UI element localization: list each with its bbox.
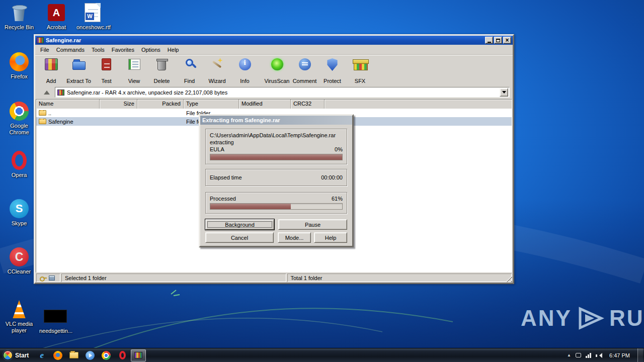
- processed-progressbar: [210, 203, 343, 210]
- test-icon: [102, 58, 111, 70]
- background-button[interactable]: Background: [205, 219, 274, 230]
- tray-network-icon[interactable]: [586, 353, 591, 358]
- help-button[interactable]: Help: [314, 232, 347, 243]
- menu-favorites[interactable]: Favorites: [109, 46, 137, 54]
- elapsed-time-label: Elapsed time: [210, 174, 242, 181]
- taskbar-item-explorer[interactable]: [66, 349, 82, 361]
- elapsed-time-group: Elapsed time 00:00:00: [205, 169, 347, 186]
- windows-logo-icon: [3, 350, 13, 360]
- minimize-button[interactable]: [485, 37, 493, 44]
- desktop-icon-onceshowc-rtf[interactable]: onceshowc.rtf: [76, 2, 109, 31]
- vlc-icon: [10, 300, 28, 318]
- desktop-icon-needsgettin[interactable]: needsgettin...: [39, 306, 71, 334]
- desktop-icon-recycle-bin[interactable]: Recycle Bin: [3, 2, 35, 31]
- desktop-icon-google-chrome[interactable]: Google Chrome: [3, 101, 35, 136]
- internet-explorer-icon: [40, 350, 44, 360]
- menu-help[interactable]: Help: [165, 46, 182, 54]
- menu-file[interactable]: File: [37, 46, 52, 54]
- menu-commands[interactable]: Commands: [53, 46, 88, 54]
- tray-volume-icon[interactable]: [596, 352, 602, 358]
- chrome-icon: [102, 351, 111, 360]
- processed-percent: 61%: [332, 195, 343, 202]
- maximize-button[interactable]: [494, 37, 502, 44]
- show-desktop-button[interactable]: [637, 348, 643, 362]
- desktop-icon-label: Opera: [3, 172, 35, 178]
- toolbar-wizard-button[interactable]: Wizard: [203, 55, 231, 85]
- view-icon: [128, 59, 140, 70]
- column-header-crc32[interactable]: CRC32: [291, 100, 325, 109]
- ccleaner-icon: [10, 247, 29, 266]
- desktop-icon-opera[interactable]: Opera: [3, 150, 35, 178]
- column-header-name[interactable]: Name: [36, 100, 100, 109]
- anyrun-play-logo-icon: [576, 307, 605, 330]
- toolbar-comment-button[interactable]: Comment: [291, 55, 318, 85]
- folder-up-icon: [39, 110, 46, 116]
- current-file-group: C:\Users\admin\AppData\Local\Temp\Safeng…: [205, 129, 347, 164]
- tray-action-center-icon[interactable]: [576, 353, 581, 357]
- desktop-icon-acrobat[interactable]: Acrobat: [40, 2, 72, 31]
- acrobat-icon: [48, 4, 65, 21]
- toolbar-info-button[interactable]: Info: [231, 55, 259, 85]
- opera-icon: [119, 351, 126, 359]
- winrar-menubar: File Commands Tools Favorites Options He…: [35, 45, 513, 54]
- pause-button[interactable]: Pause: [278, 219, 347, 230]
- toolbar-sfx-button[interactable]: SFX: [346, 55, 374, 85]
- taskbar-item-media-player[interactable]: [83, 349, 98, 361]
- folder-icon: [39, 119, 46, 124]
- info-icon: [239, 58, 251, 70]
- extract-dialog-titlebar[interactable]: Extracting from Safengine.rar: [200, 116, 352, 125]
- column-headers: Name Size Packed Type Modified CRC32: [36, 100, 512, 109]
- combobox-dropdown-button[interactable]: [500, 88, 508, 97]
- taskbar-item-chrome[interactable]: [99, 349, 114, 361]
- start-label: Start: [15, 352, 29, 359]
- toolbar-view-button[interactable]: View: [120, 55, 148, 85]
- toolbar-find-button[interactable]: Find: [176, 55, 203, 85]
- recycle-bin-icon: [11, 3, 27, 22]
- taskbar-item-internet-explorer[interactable]: [34, 349, 49, 361]
- cancel-button[interactable]: Cancel: [205, 232, 274, 243]
- current-file-percent: 0%: [335, 146, 343, 153]
- menu-options[interactable]: Options: [138, 46, 164, 54]
- toolbar-test-button[interactable]: Test: [93, 55, 120, 85]
- chrome-icon: [10, 102, 29, 121]
- disk-icon: [49, 276, 55, 281]
- column-header-packed[interactable]: Packed: [137, 100, 184, 109]
- toolbar-virusscan-button[interactable]: VirusScan: [263, 55, 291, 85]
- column-header-size[interactable]: Size: [100, 100, 137, 109]
- desktop-icon-label: VLC media player: [3, 321, 35, 334]
- taskbar-item-opera[interactable]: [115, 349, 130, 361]
- column-header-modified[interactable]: Modified: [239, 100, 291, 109]
- status-total: Total 1 folder: [287, 274, 512, 282]
- close-button[interactable]: [503, 37, 511, 44]
- desktop-icon-label: Firefox: [3, 73, 35, 80]
- tray-expand-icon[interactable]: [567, 353, 571, 357]
- menu-tools[interactable]: Tools: [89, 46, 108, 54]
- watermark-any-text: ANY: [521, 306, 572, 331]
- start-button[interactable]: Start: [0, 348, 34, 362]
- up-directory-button[interactable]: [41, 88, 52, 97]
- taskbar-item-firefox[interactable]: [50, 349, 65, 361]
- toolbar-delete-button[interactable]: Delete: [148, 55, 176, 85]
- toolbar-extract-to-button[interactable]: Extract To: [65, 55, 93, 85]
- toolbar-protect-button[interactable]: Protect: [318, 55, 346, 85]
- archive-path-text: Safengine.rar - RAR 4.x archive, unpacke…: [67, 89, 227, 96]
- key-icon: [40, 276, 47, 280]
- taskbar-item-winrar-active[interactable]: [131, 349, 146, 361]
- desktop-icon-firefox[interactable]: Firefox: [3, 51, 35, 80]
- column-header-type[interactable]: Type: [184, 100, 239, 109]
- virusscan-icon: [271, 58, 283, 70]
- current-file-progressbar: [210, 154, 343, 160]
- desktop-icon-vlc[interactable]: VLC media player: [3, 299, 35, 334]
- desktop-icon-skype[interactable]: Skype: [3, 198, 35, 227]
- winrar-titlebar[interactable]: Safengine.rar: [35, 36, 513, 45]
- skype-icon: [10, 199, 29, 218]
- desktop-icon-ccleaner[interactable]: CCleaner: [3, 246, 35, 275]
- toolbar-add-button[interactable]: Add: [37, 55, 65, 85]
- taskbar-clock[interactable]: 6:47 PM: [606, 352, 633, 358]
- mode-button[interactable]: Mode...: [278, 232, 311, 243]
- wizard-icon: [210, 57, 225, 72]
- delete-icon: [157, 60, 166, 70]
- archive-path-combobox[interactable]: Safengine.rar - RAR 4.x archive, unpacke…: [55, 87, 510, 98]
- media-player-icon: [86, 351, 95, 360]
- taskbar: Start 6:47 PM: [0, 348, 644, 362]
